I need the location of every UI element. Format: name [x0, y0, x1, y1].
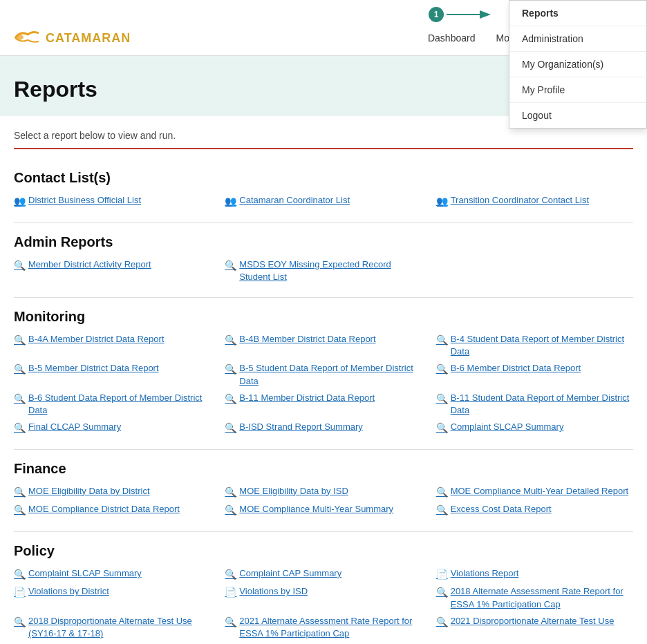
mag-icon-p9: 🔍	[436, 616, 448, 629]
mag-icon-b4b: 🔍	[225, 334, 236, 348]
contact-icon-1: 👥	[14, 195, 26, 209]
report-grid-contact-lists: 👥 District Business Official List 👥 Cata…	[14, 194, 633, 209]
report-b5-student[interactable]: 🔍 B-5 Student Data Report of Member Dist…	[225, 362, 422, 387]
mag-icon-moe4: 🔍	[14, 504, 26, 518]
mag-icon-bisd: 🔍	[225, 422, 236, 435]
section-admin-reports: Admin Reports 🔍 Member District Activity…	[14, 234, 633, 283]
report-msds-eoy[interactable]: 🔍 MSDS EOY Missing Expected Record Stude…	[225, 258, 422, 283]
section-contact-lists: Contact List(s) 👥 District Business Offi…	[14, 170, 633, 209]
report-moe-compliance-multiyear-summary[interactable]: 🔍 MOE Compliance Multi-Year Summary	[225, 503, 422, 518]
report-complaint-cap[interactable]: 🔍 Complaint CAP Summary	[225, 567, 422, 582]
mag-icon-b11: 🔍	[225, 392, 236, 406]
report-moe-compliance-district[interactable]: 🔍 MOE Compliance District Data Report	[14, 503, 211, 518]
divider-admin	[14, 222, 633, 223]
section-title-finance: Finance	[14, 461, 633, 477]
report-complaint-slcap-policy[interactable]: 🔍 Complaint SLCAP Summary	[14, 567, 211, 582]
section-policy: Policy 🔍 Complaint SLCAP Summary 🔍 Compl…	[14, 543, 633, 644]
report-excess-cost[interactable]: 🔍 Excess Cost Data Report	[436, 503, 633, 518]
dropdown-item-reports[interactable]: Reports	[509, 1, 646, 26]
report-grid-policy: 🔍 Complaint SLCAP Summary 🔍 Complaint CA…	[14, 567, 633, 644]
mag-icon-b4s: 🔍	[436, 334, 448, 348]
report-member-district-activity[interactable]: 🔍 Member District Activity Report	[14, 258, 211, 283]
report-grid-monitoring: 🔍 B-4A Member District Data Report 🔍 B-4…	[14, 333, 633, 435]
mag-icon-moe2: 🔍	[225, 486, 236, 500]
mag-icon-b5: 🔍	[14, 363, 26, 377]
report-b4a[interactable]: 🔍 B-4A Member District Data Report	[14, 333, 211, 358]
mag-icon-b4a: 🔍	[14, 334, 26, 348]
report-b11[interactable]: 🔍 B-11 Member District Data Report	[225, 392, 422, 417]
logo-icon	[14, 28, 40, 48]
report-b4-student[interactable]: 🔍 B-4 Student Data Report of Member Dist…	[436, 333, 633, 358]
divider-policy	[14, 531, 633, 532]
mag-icon-p8: 🔍	[225, 616, 236, 629]
report-transition-coordinator-contact-list[interactable]: 👥 Transition Coordinator Contact List	[436, 194, 633, 209]
mag-icon-p7: 🔍	[14, 616, 26, 629]
mag-icon-1: 🔍	[14, 259, 26, 273]
annotation-1: 1	[429, 7, 495, 22]
doc-icon-p3: 📄	[436, 568, 448, 582]
report-violations-report[interactable]: 📄 Violations Report	[436, 567, 633, 582]
section-title-monitoring: Monitoring	[14, 309, 633, 325]
mag-icon-p6: 🔍	[436, 586, 448, 600]
contact-icon-2: 👥	[225, 195, 236, 209]
annotation-circle-1: 1	[429, 7, 444, 22]
page-subtitle: Select a report below to view and run.	[14, 130, 633, 141]
dropdown-item-logout[interactable]: Logout	[509, 103, 646, 128]
logo-area: CATAMARAN	[14, 28, 131, 48]
section-title-contact-lists: Contact List(s)	[14, 170, 633, 186]
report-b5[interactable]: 🔍 B-5 Member District Data Report	[14, 362, 211, 387]
report-moe-eligibility-district[interactable]: 🔍 MOE Eligibility Data by District	[14, 485, 211, 500]
report-2018-disproportionate[interactable]: 🔍 2018 Disproportionate Alternate Test U…	[14, 615, 211, 640]
dropdown-item-my-profile[interactable]: My Profile	[509, 77, 646, 103]
report-b6-student[interactable]: 🔍 B-6 Student Data Report of Member Dist…	[14, 392, 211, 417]
report-violations-by-isd[interactable]: 📄 Violations by ISD	[225, 585, 422, 610]
mag-icon-b6s: 🔍	[14, 392, 26, 406]
report-moe-compliance-multiyear-detailed[interactable]: 🔍 MOE Compliance Multi-Year Detailed Rep…	[436, 485, 633, 500]
report-2021-alt-assess-essa[interactable]: 🔍 2021 Alternate Assessment Rate Report …	[225, 615, 422, 640]
divider-finance	[14, 449, 633, 450]
mag-icon-b11s: 🔍	[436, 392, 448, 406]
section-title-admin-reports: Admin Reports	[14, 234, 633, 250]
report-bisd-strand[interactable]: 🔍 B-ISD Strand Report Summary	[225, 421, 422, 435]
logo-text: CATAMARAN	[46, 31, 131, 46]
mag-icon-p1: 🔍	[14, 568, 26, 582]
mag-icon-p2: 🔍	[225, 568, 236, 582]
mag-icon-moe6: 🔍	[436, 504, 448, 518]
svg-point-1	[15, 35, 24, 40]
main-content: Select a report below to view and run. C…	[0, 116, 647, 644]
report-final-clcap[interactable]: 🔍 Final CLCAP Summary	[14, 421, 211, 435]
report-moe-eligibility-isd[interactable]: 🔍 MOE Eligibility Data by ISD	[225, 485, 422, 500]
doc-icon-p5: 📄	[225, 586, 236, 600]
nav-dashboard[interactable]: Dashboard	[428, 32, 476, 44]
dropdown-item-administration[interactable]: Administration	[509, 26, 646, 52]
report-district-business-official-list[interactable]: 👥 District Business Official List	[14, 194, 211, 209]
mag-icon-clcap: 🔍	[14, 422, 26, 435]
report-grid-finance: 🔍 MOE Eligibility Data by District 🔍 MOE…	[14, 485, 633, 518]
report-b11-student[interactable]: 🔍 B-11 Student Data Report of Member Dis…	[436, 392, 633, 417]
mag-icon-moe5: 🔍	[225, 504, 236, 518]
section-title-policy: Policy	[14, 543, 633, 559]
mag-icon-2: 🔍	[225, 259, 236, 273]
doc-icon-p4: 📄	[14, 586, 26, 600]
report-complaint-slcap-monitoring[interactable]: 🔍 Complaint SLCAP Summary	[436, 421, 633, 435]
mag-icon-b6: 🔍	[436, 363, 448, 377]
section-monitoring: Monitoring 🔍 B-4A Member District Data R…	[14, 309, 633, 435]
mag-icon-moe3: 🔍	[436, 486, 448, 500]
annotation-arrow-svg-1	[447, 8, 495, 21]
top-divider	[14, 148, 633, 149]
section-finance: Finance 🔍 MOE Eligibility Data by Distri…	[14, 461, 633, 518]
mag-icon-b5s: 🔍	[225, 363, 236, 377]
report-b4b[interactable]: 🔍 B-4B Member District Data Report	[225, 333, 422, 358]
divider-monitoring	[14, 297, 633, 298]
mag-icon-moe1: 🔍	[14, 486, 26, 500]
report-2021-disproportionate[interactable]: 🔍 2021 Disproportionate Alternate Test U…	[436, 615, 633, 640]
report-2018-alt-assess-essa[interactable]: 🔍 2018 Alternate Assessment Rate Report …	[436, 585, 633, 610]
contact-icon-3: 👥	[436, 195, 448, 209]
mag-icon-slcap: 🔍	[436, 422, 448, 435]
report-violations-by-district[interactable]: 📄 Violations by District	[14, 585, 211, 610]
dropdown-item-my-organizations[interactable]: My Organization(s)	[509, 52, 646, 77]
report-grid-admin: 🔍 Member District Activity Report 🔍 MSDS…	[14, 258, 633, 283]
report-catamaran-coordinator-list[interactable]: 👥 Catamaran Coordinator List	[225, 194, 422, 209]
report-b6[interactable]: 🔍 B-6 Member District Data Report	[436, 362, 633, 387]
dropdown-menu: Reports Administration My Organization(s…	[509, 0, 647, 129]
